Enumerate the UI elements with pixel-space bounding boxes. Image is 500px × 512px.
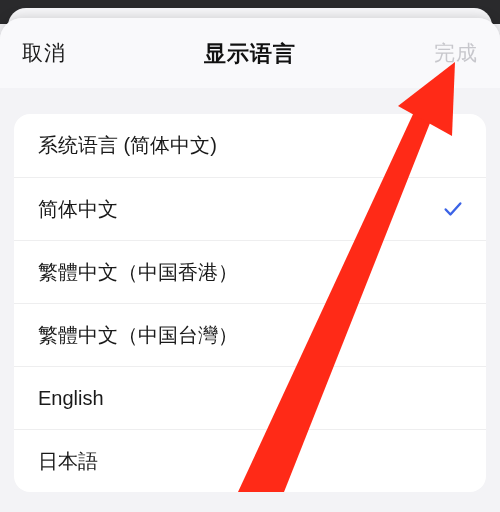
language-label: 日本語	[38, 448, 98, 475]
language-row[interactable]: 繁體中文（中国香港）	[14, 240, 486, 303]
done-button[interactable]: 完成	[434, 39, 478, 67]
checkmark-icon	[440, 196, 466, 222]
language-row[interactable]: 简体中文	[14, 177, 486, 240]
modal-header: 取消 显示语言 完成	[0, 18, 500, 88]
page-title: 显示语言	[204, 39, 296, 68]
cancel-button[interactable]: 取消	[22, 39, 66, 67]
language-row[interactable]: 繁體中文（中国台灣）	[14, 303, 486, 366]
modal-sheet: 取消 显示语言 完成 系统语言 (简体中文) 简体中文 繁體中文（中国香港） 繁…	[0, 18, 500, 512]
checkmark-icon	[440, 322, 466, 348]
checkmark-icon	[440, 133, 466, 159]
checkmark-icon	[440, 259, 466, 285]
language-label: 简体中文	[38, 196, 118, 223]
language-list: 系统语言 (简体中文) 简体中文 繁體中文（中国香港） 繁體中文（中国台灣） E…	[14, 114, 486, 492]
language-row[interactable]: 系统语言 (简体中文)	[14, 114, 486, 177]
language-row[interactable]: English	[14, 366, 486, 429]
checkmark-icon	[440, 385, 466, 411]
checkmark-icon	[440, 448, 466, 474]
language-row[interactable]: 日本語	[14, 429, 486, 492]
language-label: English	[38, 387, 104, 410]
language-label: 系统语言 (简体中文)	[38, 132, 217, 159]
language-label: 繁體中文（中国香港）	[38, 259, 238, 286]
header-gap	[0, 88, 500, 114]
language-label: 繁體中文（中国台灣）	[38, 322, 238, 349]
